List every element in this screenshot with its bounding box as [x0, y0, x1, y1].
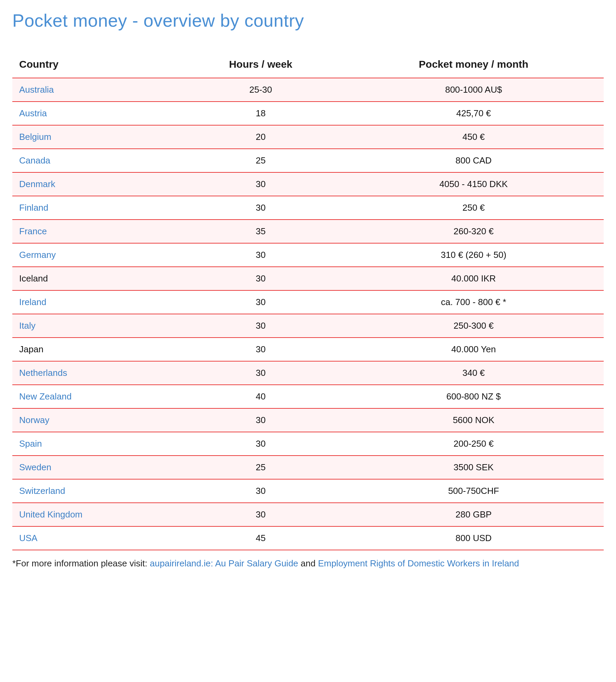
cell-country: USA: [12, 526, 178, 550]
cell-hours: 30: [178, 503, 344, 526]
table-row: Belgium20450 €: [12, 125, 604, 149]
country-link[interactable]: United Kingdom: [19, 509, 82, 520]
cell-country: Germany: [12, 243, 178, 267]
table-row: Spain30200-250 €: [12, 432, 604, 456]
cell-money: 3500 SEK: [344, 456, 604, 479]
country-link[interactable]: Ireland: [19, 297, 47, 307]
cell-country: Denmark: [12, 172, 178, 196]
cell-hours: 40: [178, 385, 344, 408]
table-row: Austria18425,70 €: [12, 102, 604, 125]
country-link[interactable]: Australia: [19, 84, 54, 95]
footnote-link-2[interactable]: Employment Rights of Domestic Workers in…: [318, 558, 519, 568]
table-row: United Kingdom30280 GBP: [12, 503, 604, 526]
cell-country: New Zealand: [12, 385, 178, 408]
footnote-prefix: *For more information please visit:: [12, 558, 150, 568]
country-label: Iceland: [19, 273, 48, 284]
cell-money: 250 €: [344, 196, 604, 220]
country-link[interactable]: New Zealand: [19, 391, 72, 402]
cell-money: 600-800 NZ $: [344, 385, 604, 408]
table-row: Sweden253500 SEK: [12, 456, 604, 479]
country-link[interactable]: Canada: [19, 155, 50, 166]
cell-money: 800 CAD: [344, 149, 604, 172]
table-row: Iceland3040.000 IKR: [12, 267, 604, 290]
cell-country: Iceland: [12, 267, 178, 290]
header-money: Pocket money / month: [344, 51, 604, 78]
country-label: Japan: [19, 344, 43, 354]
table-row: Ireland30ca. 700 - 800 € *: [12, 290, 604, 314]
cell-country: Sweden: [12, 456, 178, 479]
cell-country: Canada: [12, 149, 178, 172]
cell-country: Japan: [12, 338, 178, 361]
country-link[interactable]: Austria: [19, 108, 47, 118]
cell-hours: 25-30: [178, 78, 344, 102]
table-row: Japan3040.000 Yen: [12, 338, 604, 361]
cell-hours: 18: [178, 102, 344, 125]
country-link[interactable]: Denmark: [19, 179, 55, 189]
country-link[interactable]: Finland: [19, 202, 48, 213]
cell-country: Spain: [12, 432, 178, 456]
cell-country: Australia: [12, 78, 178, 102]
table-row: Netherlands30340 €: [12, 361, 604, 385]
table-row: Norway305600 NOK: [12, 408, 604, 432]
cell-hours: 25: [178, 456, 344, 479]
cell-hours: 35: [178, 220, 344, 243]
cell-hours: 30: [178, 408, 344, 432]
country-link[interactable]: Spain: [19, 438, 42, 449]
cell-money: 280 GBP: [344, 503, 604, 526]
cell-hours: 30: [178, 338, 344, 361]
country-link[interactable]: Germany: [19, 250, 56, 260]
country-link[interactable]: France: [19, 226, 47, 236]
cell-country: Belgium: [12, 125, 178, 149]
cell-hours: 30: [178, 267, 344, 290]
cell-country: Norway: [12, 408, 178, 432]
table-row: Canada25800 CAD: [12, 149, 604, 172]
cell-country: Switzerland: [12, 479, 178, 503]
cell-country: Finland: [12, 196, 178, 220]
table-row: Italy30250-300 €: [12, 314, 604, 338]
cell-money: 425,70 €: [344, 102, 604, 125]
country-link[interactable]: Sweden: [19, 462, 51, 472]
cell-country: United Kingdom: [12, 503, 178, 526]
country-link[interactable]: Italy: [19, 320, 36, 331]
cell-money: 450 €: [344, 125, 604, 149]
footnote: *For more information please visit: aupa…: [12, 556, 604, 571]
country-link[interactable]: USA: [19, 533, 37, 543]
table-row: Switzerland30500-750CHF: [12, 479, 604, 503]
cell-hours: 30: [178, 314, 344, 338]
country-link[interactable]: Belgium: [19, 132, 51, 142]
country-link[interactable]: Netherlands: [19, 368, 67, 378]
cell-money: 40.000 Yen: [344, 338, 604, 361]
cell-money: ca. 700 - 800 € *: [344, 290, 604, 314]
header-country: Country: [12, 51, 178, 78]
table-row: Finland30250 €: [12, 196, 604, 220]
cell-country: Italy: [12, 314, 178, 338]
cell-hours: 30: [178, 196, 344, 220]
cell-hours: 30: [178, 479, 344, 503]
cell-hours: 20: [178, 125, 344, 149]
cell-hours: 30: [178, 361, 344, 385]
cell-money: 310 € (260 + 50): [344, 243, 604, 267]
table-row: USA45800 USD: [12, 526, 604, 550]
country-link[interactable]: Switzerland: [19, 486, 65, 496]
pocket-money-table: Country Hours / week Pocket money / mont…: [12, 51, 604, 550]
table-row: France35260-320 €: [12, 220, 604, 243]
cell-hours: 45: [178, 526, 344, 550]
cell-money: 500-750CHF: [344, 479, 604, 503]
table-header-row: Country Hours / week Pocket money / mont…: [12, 51, 604, 78]
cell-country: Netherlands: [12, 361, 178, 385]
cell-money: 40.000 IKR: [344, 267, 604, 290]
cell-money: 800-1000 AU$: [344, 78, 604, 102]
country-link[interactable]: Norway: [19, 415, 49, 425]
cell-money: 250-300 €: [344, 314, 604, 338]
cell-hours: 25: [178, 149, 344, 172]
cell-country: Austria: [12, 102, 178, 125]
table-row: New Zealand40600-800 NZ $: [12, 385, 604, 408]
page-title: Pocket money - overview by country: [12, 10, 604, 31]
footnote-link-1[interactable]: aupairireland.ie: Au Pair Salary Guide: [150, 558, 298, 568]
cell-hours: 30: [178, 290, 344, 314]
cell-country: Ireland: [12, 290, 178, 314]
cell-money: 5600 NOK: [344, 408, 604, 432]
table-row: Germany30310 € (260 + 50): [12, 243, 604, 267]
header-hours: Hours / week: [178, 51, 344, 78]
footnote-and: and: [301, 558, 318, 568]
